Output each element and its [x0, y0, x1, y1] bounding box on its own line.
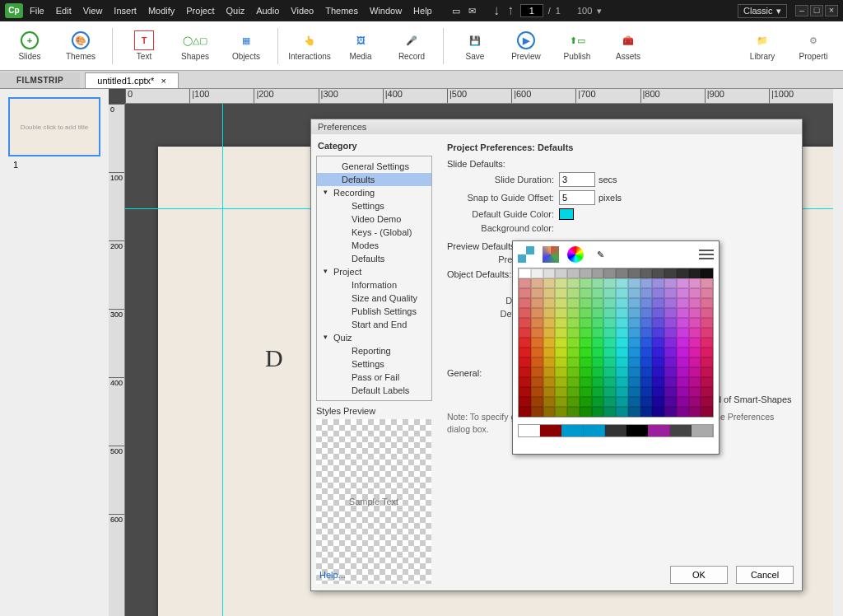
cat-rec-defaults[interactable]: Defaults: [317, 252, 431, 265]
color-recent-row[interactable]: [518, 424, 714, 437]
color-cell[interactable]: [603, 308, 616, 318]
color-cell[interactable]: [664, 367, 677, 377]
color-cell[interactable]: [592, 387, 604, 397]
color-cell[interactable]: [701, 357, 713, 367]
color-cell[interactable]: [519, 338, 531, 348]
color-cell[interactable]: [640, 367, 653, 377]
color-cell[interactable]: [689, 318, 701, 328]
color-cell[interactable]: [531, 318, 543, 328]
color-cell[interactable]: [664, 338, 677, 348]
cancel-button[interactable]: Cancel: [736, 566, 794, 584]
cat-proj-se[interactable]: Start and End: [317, 318, 431, 331]
color-cell[interactable]: [555, 278, 567, 288]
color-cell[interactable]: [519, 268, 531, 278]
color-cell[interactable]: [628, 308, 640, 318]
color-cell[interactable]: [664, 278, 677, 288]
color-cell[interactable]: [664, 407, 677, 417]
close-tab-icon[interactable]: ×: [161, 76, 165, 86]
color-cell[interactable]: [640, 278, 653, 288]
color-cell[interactable]: [543, 397, 556, 407]
color-cell[interactable]: [652, 318, 664, 328]
picker-tab-swatches[interactable]: [518, 246, 534, 263]
file-tab[interactable]: untitled1.cptx*×: [85, 72, 179, 88]
color-cell[interactable]: [555, 357, 567, 367]
color-cell[interactable]: [592, 397, 604, 407]
color-cell[interactable]: [519, 328, 531, 338]
help-link[interactable]: Help...: [319, 570, 346, 580]
color-cell[interactable]: [543, 268, 556, 278]
color-cell[interactable]: [664, 397, 677, 407]
color-cell[interactable]: [701, 308, 713, 318]
maximize-button[interactable]: □: [810, 5, 823, 16]
color-cell[interactable]: [628, 377, 640, 387]
color-cell[interactable]: [603, 288, 616, 298]
cat-proj-info[interactable]: Information: [317, 278, 431, 292]
properties-tool[interactable]: ⚙Properti: [790, 24, 836, 68]
color-cell[interactable]: [567, 397, 580, 407]
cat-rec-video[interactable]: Video Demo: [317, 212, 431, 226]
color-cell[interactable]: [689, 298, 701, 308]
color-cell[interactable]: [580, 328, 592, 338]
color-recent[interactable]: [670, 425, 692, 436]
color-cell[interactable]: [543, 288, 556, 298]
color-cell[interactable]: [531, 348, 543, 357]
color-cell[interactable]: [701, 387, 713, 397]
color-cell[interactable]: [616, 377, 628, 387]
layout-icon[interactable]: ▭: [452, 6, 460, 16]
menu-edit[interactable]: Edit: [56, 6, 72, 16]
menu-audio[interactable]: Audio: [256, 6, 279, 16]
menu-window[interactable]: Window: [370, 6, 402, 16]
color-cell[interactable]: [689, 348, 701, 357]
color-cell[interactable]: [555, 338, 567, 348]
picker-menu-icon[interactable]: [699, 250, 714, 259]
color-cell[interactable]: [689, 328, 701, 338]
cat-quiz-rep[interactable]: Reporting: [317, 344, 431, 357]
color-cell[interactable]: [628, 367, 640, 377]
color-cell[interactable]: [580, 318, 592, 328]
color-grid[interactable]: [518, 268, 714, 418]
color-cell[interactable]: [555, 268, 567, 278]
color-cell[interactable]: [519, 357, 531, 367]
color-cell[interactable]: [531, 288, 543, 298]
color-cell[interactable]: [616, 318, 628, 328]
color-cell[interactable]: [640, 397, 653, 407]
color-cell[interactable]: [519, 377, 531, 387]
color-cell[interactable]: [555, 328, 567, 338]
color-cell[interactable]: [640, 298, 653, 308]
cat-proj-size[interactable]: Size and Quality: [317, 292, 431, 305]
color-cell[interactable]: [677, 298, 689, 308]
color-cell[interactable]: [640, 268, 653, 278]
color-cell[interactable]: [628, 338, 640, 348]
color-cell[interactable]: [531, 278, 543, 288]
color-cell[interactable]: [628, 387, 640, 397]
color-cell[interactable]: [616, 357, 628, 367]
guide-color-swatch[interactable]: [559, 208, 574, 220]
color-cell[interactable]: [519, 318, 531, 328]
color-cell[interactable]: [652, 298, 664, 308]
menu-modify[interactable]: Modify: [148, 6, 175, 16]
color-cell[interactable]: [640, 407, 653, 417]
color-cell[interactable]: [592, 328, 604, 338]
color-cell[interactable]: [640, 348, 653, 357]
color-cell[interactable]: [677, 348, 689, 357]
color-cell[interactable]: [664, 377, 677, 387]
color-cell[interactable]: [580, 348, 592, 357]
color-cell[interactable]: [701, 328, 713, 338]
color-cell[interactable]: [616, 278, 628, 288]
snap-input[interactable]: [559, 190, 595, 205]
color-cell[interactable]: [652, 357, 664, 367]
color-cell[interactable]: [567, 328, 580, 338]
cat-proj-pub[interactable]: Publish Settings: [317, 305, 431, 318]
color-cell[interactable]: [603, 357, 616, 367]
color-recent[interactable]: [519, 425, 540, 436]
color-cell[interactable]: [543, 367, 556, 377]
color-cell[interactable]: [640, 308, 653, 318]
color-cell[interactable]: [616, 407, 628, 417]
color-cell[interactable]: [652, 348, 664, 357]
color-cell[interactable]: [652, 338, 664, 348]
color-cell[interactable]: [603, 377, 616, 387]
color-cell[interactable]: [555, 377, 567, 387]
cat-quiz-pf[interactable]: Pass or Fail: [317, 371, 431, 384]
color-cell[interactable]: [555, 298, 567, 308]
color-cell[interactable]: [543, 298, 556, 308]
